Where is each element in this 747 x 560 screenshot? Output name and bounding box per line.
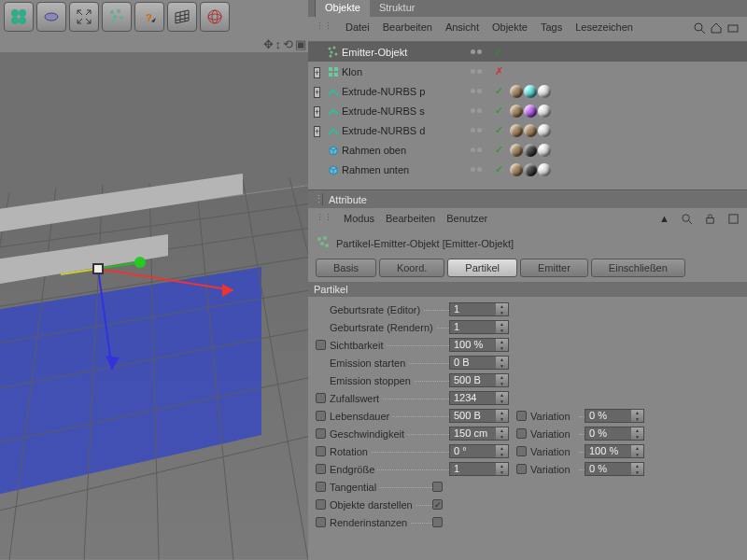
spinner-icon[interactable]: ▲▼ [496, 339, 508, 351]
number-input[interactable]: 0 %▲▼ [585, 409, 644, 423]
tool-primitive[interactable] [36, 2, 66, 32]
number-input[interactable]: 1▲▼ [449, 302, 509, 316]
object-name[interactable]: Extrude-NURBS d [342, 125, 425, 136]
nav-rotate-icon[interactable]: ⟲ [283, 37, 293, 51]
material-tag[interactable] [510, 105, 523, 118]
attr-menu-mode[interactable]: Modus [344, 213, 374, 227]
number-input[interactable]: 0 %▲▼ [585, 427, 644, 441]
anim-checkbox[interactable] [516, 464, 527, 474]
material-tag[interactable] [510, 144, 523, 157]
number-input[interactable]: 500 B▲▼ [449, 373, 509, 387]
tool-particles-icon[interactable] [102, 2, 132, 32]
atab-basis[interactable]: Basis [316, 259, 376, 277]
menu-tags[interactable]: Tags [541, 21, 562, 36]
enable-check-icon[interactable]: ✓ [495, 124, 508, 136]
tool-expand-icon[interactable] [69, 2, 99, 32]
home-icon[interactable] [710, 21, 723, 36]
menu-file[interactable]: Datei [345, 21, 370, 36]
spinner-icon[interactable]: ▲▼ [496, 392, 508, 404]
enable-check-icon[interactable]: ✓ [495, 46, 508, 58]
lock-icon[interactable] [704, 213, 716, 227]
attr-menu-user[interactable]: Benutzer [446, 213, 487, 227]
material-tag[interactable] [510, 163, 523, 176]
material-tag[interactable] [524, 144, 537, 157]
object-row-1[interactable]: + Klon ✗ [308, 62, 747, 81]
material-tag[interactable] [510, 85, 523, 98]
spinner-icon[interactable]: ▲▼ [631, 445, 643, 457]
material-tag[interactable] [524, 124, 537, 137]
anim-checkbox[interactable] [316, 446, 326, 456]
material-tag[interactable] [538, 144, 551, 157]
atab-einschl[interactable]: Einschließen [591, 259, 685, 277]
enable-check-icon[interactable]: ✓ [495, 144, 508, 156]
menu-view[interactable]: Ansicht [445, 21, 479, 36]
object-tree[interactable]: Emitter-Objekt ✓ + Klon ✗ + Extrude-NURB… [308, 42, 747, 189]
collapse-icon[interactable] [726, 21, 740, 36]
material-tag[interactable] [538, 85, 551, 98]
tool-hypernurbs[interactable] [4, 2, 34, 32]
checkbox[interactable] [432, 482, 443, 492]
nav-max-icon[interactable]: ▣ [295, 37, 306, 51]
spinner-icon[interactable]: ▲▼ [631, 427, 643, 440]
number-input[interactable]: 1▲▼ [449, 462, 509, 476]
object-name[interactable]: Extrude-NURBS s [342, 105, 425, 117]
enable-check-icon[interactable]: ✓ [495, 85, 508, 97]
tool-help-icon[interactable]: ? [134, 2, 164, 32]
number-input[interactable]: 100 %▲▼ [449, 338, 509, 352]
object-row-6[interactable]: Rahmen unten ✓ [308, 160, 747, 179]
number-input[interactable]: 0 B▲▼ [449, 356, 509, 370]
spinner-icon[interactable]: ▲▼ [496, 445, 508, 457]
object-row-0[interactable]: Emitter-Objekt ✓ [308, 42, 747, 62]
new-window-icon[interactable] [727, 213, 740, 227]
material-tag[interactable] [538, 124, 551, 137]
number-input[interactable]: 0 %▲▼ [585, 462, 644, 476]
menu-bookmarks[interactable]: Lesezeichen [575, 21, 633, 36]
spinner-icon[interactable]: ▲▼ [496, 463, 508, 475]
tool-globe-icon[interactable] [200, 2, 230, 32]
material-tag[interactable] [524, 85, 537, 98]
tab-structure[interactable]: Struktur [370, 0, 425, 17]
expand-icon[interactable]: + [314, 106, 320, 118]
search-icon[interactable] [693, 21, 706, 36]
layer-dots[interactable] [471, 69, 495, 74]
object-name[interactable]: Rahmen unten [342, 164, 409, 175]
anim-checkbox[interactable] [316, 482, 326, 492]
number-input[interactable]: 150 cm▲▼ [449, 427, 509, 441]
checkbox[interactable] [432, 517, 443, 527]
anim-checkbox[interactable] [316, 464, 326, 474]
number-input[interactable]: 1▲▼ [449, 320, 509, 334]
atab-partikel[interactable]: Partikel [447, 259, 517, 277]
spinner-icon[interactable]: ▲▼ [631, 463, 643, 475]
material-tag[interactable] [538, 163, 551, 176]
panel-grip-icon[interactable]: ⋮⋮ [316, 21, 332, 36]
anim-checkbox[interactable] [316, 499, 326, 510]
atab-emitter[interactable]: Emitter [520, 259, 588, 277]
material-tag[interactable] [524, 163, 537, 176]
expand-icon[interactable]: + [314, 67, 320, 78]
material-tag[interactable] [538, 105, 551, 118]
anim-checkbox[interactable] [316, 393, 326, 403]
nav-updown-icon[interactable]: ↕ [275, 37, 282, 51]
menu-edit[interactable]: Bearbeiten [383, 21, 432, 36]
expand-icon[interactable]: + [314, 126, 320, 137]
spinner-icon[interactable]: ▲▼ [496, 374, 508, 386]
object-row-3[interactable]: + Extrude-NURBS s ✓ [308, 101, 747, 120]
spinner-icon[interactable]: ▲▼ [496, 357, 508, 369]
spinner-icon[interactable]: ▲▼ [496, 321, 508, 333]
tab-objects[interactable]: Objekte [316, 0, 370, 17]
viewport-3d[interactable] [0, 52, 308, 560]
atab-koord[interactable]: Koord. [379, 259, 444, 277]
nav-up-icon[interactable]: ▲ [659, 213, 669, 227]
spinner-icon[interactable]: ▲▼ [496, 303, 508, 315]
attr-menu-edit[interactable]: Bearbeiten [386, 213, 435, 227]
anim-checkbox[interactable] [316, 340, 326, 350]
anim-checkbox[interactable] [516, 446, 527, 456]
object-name[interactable]: Rahmen oben [342, 145, 406, 156]
number-input[interactable]: 1234▲▼ [449, 391, 509, 405]
layer-dots[interactable] [471, 167, 495, 172]
object-name[interactable]: Klon [342, 66, 362, 77]
object-name[interactable]: Emitter-Objekt [342, 47, 407, 58]
spinner-icon[interactable]: ▲▼ [496, 427, 508, 440]
number-input[interactable]: 100 %▲▼ [585, 444, 644, 458]
enable-check-icon[interactable]: ✓ [495, 163, 508, 175]
